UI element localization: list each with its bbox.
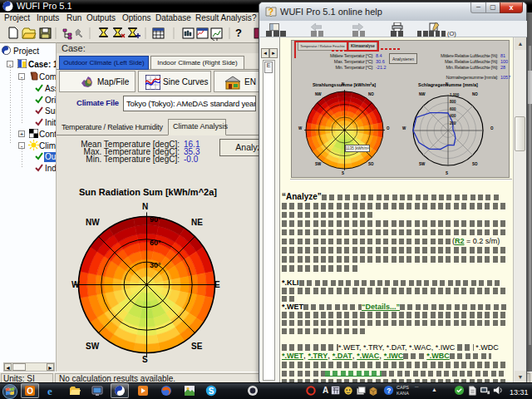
svg-text:?: ? (268, 7, 274, 17)
svg-text:?: ? (235, 27, 242, 39)
